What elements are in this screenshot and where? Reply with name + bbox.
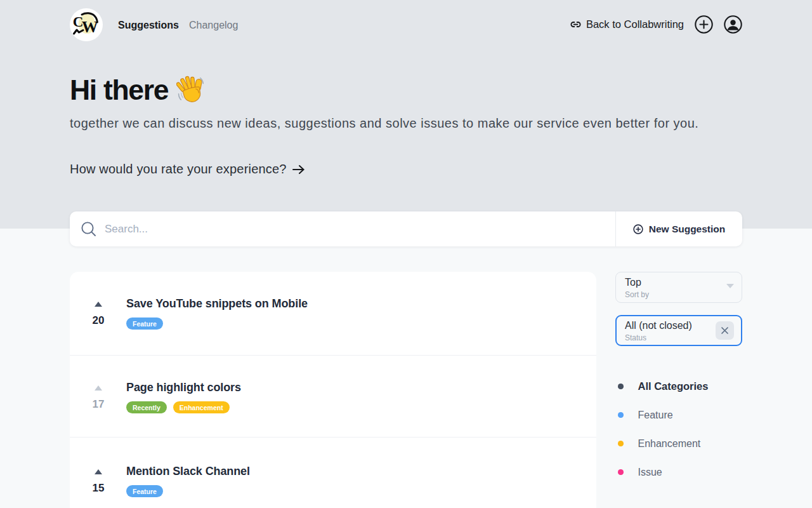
svg-text:W: W (82, 18, 98, 36)
